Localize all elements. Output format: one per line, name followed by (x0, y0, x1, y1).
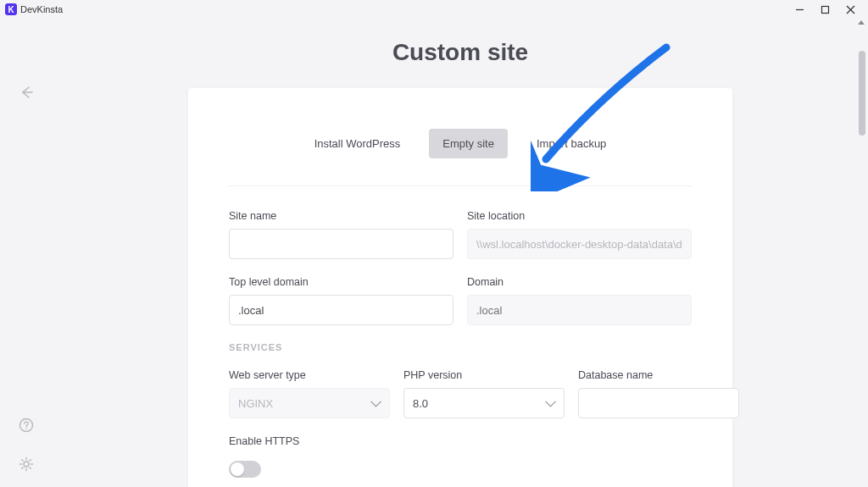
help-icon[interactable] (19, 418, 34, 433)
php-version-select[interactable] (403, 388, 565, 418)
app-logo: K (5, 3, 17, 15)
custom-site-card: Install WordPress Empty site Import back… (188, 88, 732, 487)
site-location-label: Site location (467, 210, 692, 222)
web-server-select[interactable] (229, 388, 390, 418)
database-name-label: Database name (578, 369, 739, 381)
domain-label: Domain (467, 276, 692, 288)
settings-icon[interactable] (19, 457, 34, 472)
close-button[interactable] (837, 0, 863, 19)
site-name-label: Site name (229, 210, 453, 222)
svg-rect-1 (821, 6, 828, 13)
app-name: DevKinsta (20, 4, 63, 14)
svg-point-6 (25, 428, 27, 429)
enable-https-label: Enable HTTPS (229, 435, 692, 447)
window-controls (787, 0, 863, 19)
tab-empty-site[interactable]: Empty site (429, 129, 508, 158)
tabs: Install WordPress Empty site Import back… (229, 129, 692, 186)
page-title: Custom site (53, 39, 868, 66)
content-area: Custom site Install WordPress Empty site… (53, 19, 868, 487)
scroll-up-icon[interactable] (858, 20, 865, 25)
services-section-label: SERVICES (229, 342, 692, 352)
domain-input (467, 295, 692, 325)
top-level-domain-input[interactable] (229, 295, 453, 325)
enable-https-toggle[interactable] (229, 461, 261, 478)
database-name-input[interactable] (578, 388, 739, 418)
php-version-label: PHP version (403, 369, 565, 381)
site-name-input[interactable] (229, 229, 453, 259)
svg-point-7 (24, 462, 29, 467)
web-server-label: Web server type (229, 369, 390, 381)
minimize-button[interactable] (787, 0, 812, 19)
scrollbar[interactable] (859, 51, 865, 136)
tab-import-backup[interactable]: Import backup (523, 129, 620, 158)
back-button[interactable] (17, 83, 36, 102)
tab-install-wordpress[interactable]: Install WordPress (301, 129, 415, 158)
top-level-domain-label: Top level domain (229, 276, 453, 288)
titlebar: K DevKinsta (0, 0, 868, 19)
left-sidebar (0, 19, 53, 487)
maximize-button[interactable] (812, 0, 837, 19)
site-location-input (467, 229, 692, 259)
